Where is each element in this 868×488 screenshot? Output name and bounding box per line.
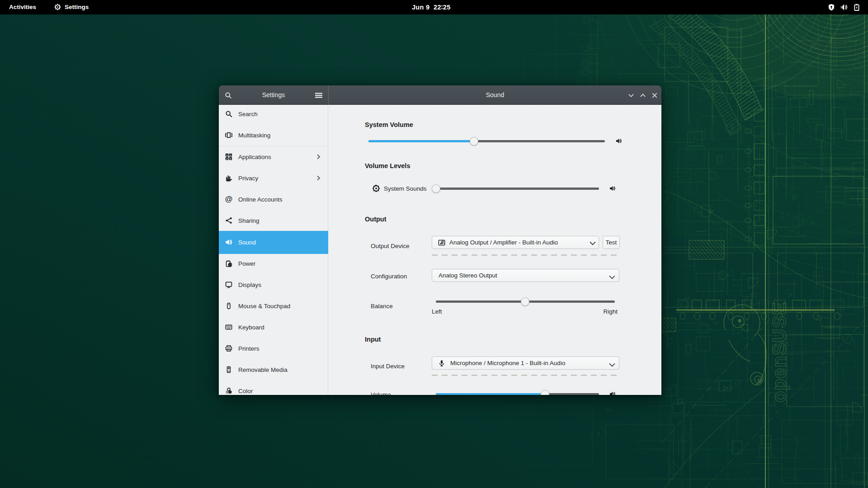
svg-text:@: @: [225, 196, 232, 203]
svg-text:4: 4: [597, 430, 600, 437]
